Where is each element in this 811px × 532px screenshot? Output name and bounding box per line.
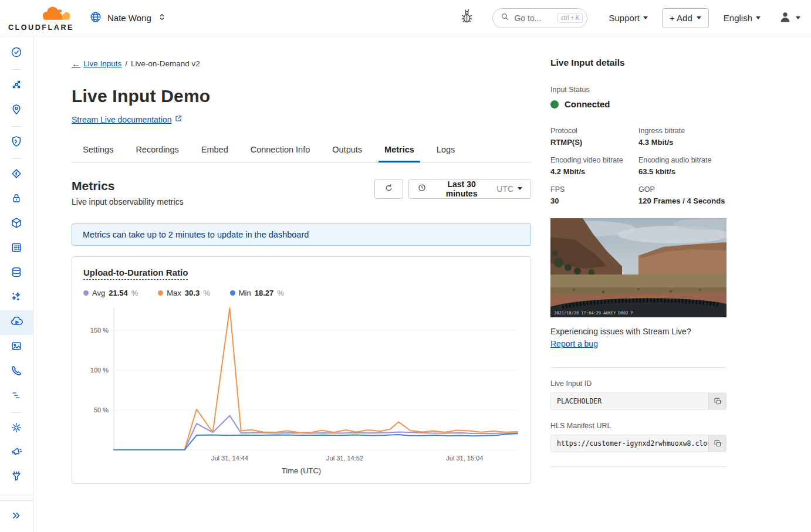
language-label: English [724, 13, 752, 23]
tab-metrics[interactable]: Metrics [379, 140, 420, 162]
account-selector[interactable]: Nate Wong [89, 11, 167, 26]
chart-card: Upload-to-Duration Ratio Avg 21.54 % Max… [72, 256, 531, 484]
add-label: + Add [670, 13, 692, 23]
hls-url-field: https://customer-igynxd2rwhmuoxw8.cloudf [550, 435, 726, 452]
cloudflare-logo[interactable]: CLOUDFLARE [8, 5, 74, 32]
sidebar-item-storage[interactable] [0, 261, 33, 286]
chevron-down-icon [643, 16, 648, 19]
detail-field: Encoding audio bitrate 63.5 kbit/s [638, 156, 726, 176]
sidebar-item-ai[interactable] [0, 286, 33, 310]
legend-value: 21.54 [109, 289, 128, 297]
legend-name: Min [239, 289, 251, 297]
sidebar-item-stream[interactable] [0, 310, 33, 335]
sidebar-bottom [0, 496, 33, 532]
search-placeholder: Go to... [514, 13, 553, 23]
time-range-dropdown[interactable]: Last 30 minutes UTC [408, 179, 531, 199]
tab-connection-info[interactable]: Connection Info [245, 140, 316, 162]
app-sidebar [0, 36, 33, 532]
sidebar-divider [11, 158, 22, 159]
legend-unit: % [277, 289, 284, 297]
detail-value: 30 [550, 196, 638, 205]
status-badge: Connected [565, 99, 610, 109]
sidebar-item-speed[interactable] [0, 162, 33, 187]
language-menu[interactable]: English [724, 13, 761, 23]
detail-grid: Protocol RTMP(S) Ingress bitrate 4.3 Mbi… [550, 127, 726, 205]
global-search-input[interactable]: Go to... ctrl + K [492, 8, 587, 28]
sidebar-item-location[interactable] [0, 98, 33, 123]
sidebar-item-ssl[interactable] [0, 187, 33, 212]
copy-icon [714, 397, 722, 405]
breadcrumb-back-link[interactable]: ← Live Inputs [72, 59, 121, 69]
detail-value: RTMP(S) [550, 138, 638, 147]
chart-legend: Avg 21.54 % Max 30.3 % Min 18.27 % [83, 289, 519, 297]
sidebar-item-images[interactable] [0, 335, 33, 360]
search-icon [500, 12, 510, 24]
support-menu[interactable]: Support [609, 13, 648, 23]
svg-text:Jul 31, 14:52: Jul 31, 14:52 [326, 455, 363, 462]
documentation-link[interactable]: Stream Live documentation [72, 114, 183, 124]
tab-settings[interactable]: Settings [77, 140, 119, 162]
live-input-id-value: PLACEHOLDER [551, 397, 708, 405]
rules-server-icon [10, 241, 23, 256]
sidebar-item-notifications[interactable] [0, 441, 33, 466]
images-icon [10, 340, 23, 355]
globe-icon [89, 11, 102, 26]
detail-label: Ingress bitrate [638, 127, 726, 135]
chevron-down-icon [518, 187, 522, 190]
sidebar-item-workers[interactable] [0, 212, 33, 236]
sidebar-item-time-travel[interactable] [0, 41, 33, 66]
filter-funnel-icon [10, 470, 23, 486]
legend-value: 18.27 [255, 289, 274, 297]
detail-label: Encoding video bitrate [550, 156, 638, 164]
ssl-lock-icon [10, 192, 23, 207]
chevron-down-icon [756, 16, 761, 19]
tab-outputs[interactable]: Outputs [326, 140, 368, 162]
divider [550, 466, 726, 467]
copy-button[interactable] [708, 435, 726, 452]
details-heading: Live Input details [550, 57, 726, 68]
report-bug-link[interactable]: Report a bug [550, 339, 598, 348]
cloudflare-cloud-icon [40, 5, 74, 25]
sidebar-item-settings[interactable] [0, 416, 33, 441]
sidebar-divider [11, 69, 22, 70]
storage-database-icon [10, 266, 23, 281]
tab-embed[interactable]: Embed [195, 140, 234, 162]
sidebar-item-filter[interactable] [0, 466, 33, 490]
refresh-button[interactable] [374, 179, 403, 199]
external-link-icon [174, 114, 183, 124]
svg-text:150 %: 150 % [90, 327, 109, 334]
stream-cloud-play-icon [10, 315, 23, 331]
metrics-subheading: Live input observability metrics [72, 197, 184, 206]
breadcrumb-back-label: Live Inputs [83, 59, 121, 68]
sidebar-item-traffic[interactable] [0, 73, 33, 98]
tab-recordings[interactable]: Recordings [130, 140, 184, 162]
detail-value: 120 Frames / 4 Seconds [638, 196, 726, 205]
page-title: Live Input Demo [72, 86, 531, 106]
sidebar-item-security[interactable] [0, 130, 33, 155]
sidebar-item-calls[interactable] [0, 360, 33, 384]
analytics-bars-icon [10, 389, 23, 404]
search-shortcut-hint: ctrl + K [557, 13, 583, 23]
detail-label: Protocol [550, 127, 638, 135]
add-button[interactable]: + Add [662, 8, 709, 28]
line-chart: 50 %100 %150 %Jul 31, 14:44Jul 31, 14:52… [83, 303, 521, 463]
breadcrumb: ← Live Inputs / Live-on-Demand v2 [72, 59, 531, 69]
bug-icon[interactable] [459, 8, 475, 28]
sidebar-item-analytics[interactable] [0, 384, 33, 409]
sidebar-divider [11, 412, 22, 413]
copy-button[interactable] [708, 393, 726, 409]
detail-field: FPS 30 [550, 185, 638, 205]
chart-xaxis-title: Time (UTC) [83, 466, 519, 475]
user-menu[interactable] [778, 10, 800, 26]
workers-cube-icon [10, 216, 23, 232]
tab-logs[interactable]: Logs [431, 140, 461, 162]
sidebar-collapse-toggle[interactable] [0, 500, 33, 532]
account-name: Nate Wong [107, 13, 151, 23]
notifications-megaphone-icon [10, 446, 23, 461]
legend-value: 30.3 [185, 289, 200, 297]
svg-text:50 %: 50 % [94, 406, 109, 414]
sidebar-item-rules[interactable] [0, 236, 33, 261]
legend-dot-min-icon [230, 290, 235, 296]
legend-item-max: Max 30.3 % [158, 289, 209, 297]
chevron-down-icon [796, 16, 800, 19]
